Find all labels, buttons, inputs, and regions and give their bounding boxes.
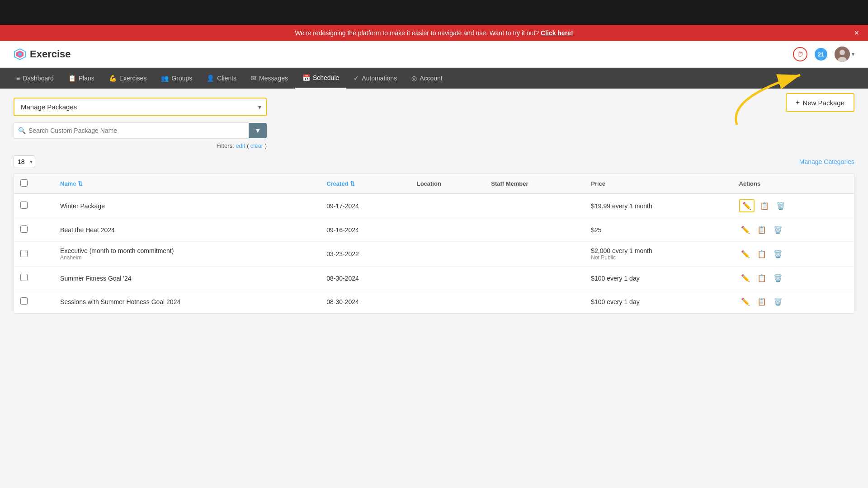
row-checkbox-1[interactable] bbox=[20, 225, 28, 233]
nav-exercises[interactable]: 💪 Exercises bbox=[102, 68, 154, 89]
sort-icon-created: ⇅ bbox=[350, 180, 355, 187]
copy-button-2[interactable]: 📋 bbox=[755, 248, 768, 260]
row-checkbox-cell bbox=[14, 290, 54, 314]
search-input[interactable] bbox=[14, 122, 249, 139]
edit-button-4[interactable]: ✏️ bbox=[739, 296, 752, 308]
per-page-select[interactable]: 18 25 50 bbox=[14, 155, 35, 168]
nav-clients[interactable]: 👤 Clients bbox=[199, 68, 244, 89]
packages-table: Name ⇅ Created ⇅ Location Staff Member bbox=[14, 174, 854, 313]
row-checkbox-0[interactable] bbox=[20, 202, 28, 209]
nav-messages[interactable]: ✉ Messages bbox=[244, 68, 295, 89]
nav-groups[interactable]: 👥 Groups bbox=[154, 68, 199, 89]
logo: Exercise bbox=[14, 48, 71, 61]
logo-text: Exercise bbox=[30, 48, 71, 60]
row-checkbox-4[interactable] bbox=[20, 297, 28, 305]
row-staff-cell bbox=[485, 194, 585, 218]
search-input-wrap: 🔍 bbox=[14, 122, 249, 139]
banner-link[interactable]: Click here! bbox=[541, 29, 573, 37]
select-all-checkbox[interactable] bbox=[20, 179, 28, 187]
copy-button-4[interactable]: 📋 bbox=[755, 296, 768, 308]
clients-icon: 👤 bbox=[207, 75, 214, 82]
edit-button-0[interactable]: ✏️ bbox=[739, 199, 755, 212]
exercises-icon: 💪 bbox=[109, 75, 117, 82]
nav-plans[interactable]: 📋 Plans bbox=[61, 68, 102, 89]
groups-icon: 👥 bbox=[161, 75, 169, 82]
row-staff-cell bbox=[485, 242, 585, 267]
clock-icon[interactable]: ⏱ bbox=[793, 47, 807, 61]
package-name: Winter Package bbox=[60, 202, 105, 210]
avatar bbox=[835, 47, 850, 62]
row-staff-cell bbox=[485, 290, 585, 314]
copy-button-0[interactable]: 📋 bbox=[758, 200, 771, 212]
filter-icon: ▼ bbox=[255, 127, 261, 134]
plus-icon: + bbox=[796, 99, 800, 107]
filter-button[interactable]: ▼ bbox=[249, 123, 267, 138]
row-staff-cell bbox=[485, 267, 585, 290]
row-checkbox-cell bbox=[14, 218, 54, 242]
nav-clients-label: Clients bbox=[217, 75, 236, 82]
col-location-label: Location bbox=[417, 180, 441, 187]
nav-automations[interactable]: ✓ Automations bbox=[346, 68, 404, 89]
manage-packages-select[interactable]: Manage Packages bbox=[14, 98, 267, 116]
row-checkbox-cell bbox=[14, 267, 54, 290]
delete-button-4[interactable]: 🗑️ bbox=[772, 296, 784, 308]
edit-button-2[interactable]: ✏️ bbox=[739, 248, 752, 260]
filters-edit-link[interactable]: edit bbox=[236, 142, 245, 149]
delete-button-2[interactable]: 🗑️ bbox=[772, 248, 784, 260]
row-name-cell: Beat the Heat 2024 bbox=[54, 218, 320, 242]
row-checkbox-3[interactable] bbox=[20, 274, 28, 281]
logo-icon bbox=[14, 48, 26, 61]
main-content: Manage Packages 🔍 ▼ Filters: edit ( clea… bbox=[0, 89, 868, 360]
package-sub: Anaheim bbox=[60, 254, 314, 261]
banner-close-button[interactable]: × bbox=[854, 28, 859, 38]
row-checkbox-2[interactable] bbox=[20, 250, 28, 257]
banner-text: We're redesigning the platform to make i… bbox=[295, 29, 539, 37]
packages-table-wrap: Name ⇅ Created ⇅ Location Staff Member bbox=[14, 174, 854, 314]
col-name[interactable]: Name ⇅ bbox=[54, 174, 320, 194]
package-created: 09-16-2024 bbox=[326, 226, 359, 234]
svg-point-4 bbox=[840, 50, 845, 55]
package-created: 03-23-2022 bbox=[326, 250, 359, 258]
copy-button-3[interactable]: 📋 bbox=[755, 272, 768, 284]
package-price: $2,000 every 1 month bbox=[591, 247, 652, 254]
table-row: Winter Package 09-17-2024 $19.99 every 1… bbox=[14, 194, 854, 218]
edit-button-3[interactable]: ✏️ bbox=[739, 272, 752, 284]
col-price-label: Price bbox=[591, 180, 605, 187]
new-package-button[interactable]: + New Package bbox=[786, 93, 854, 112]
new-package-area: + New Package bbox=[786, 93, 854, 112]
col-price: Price bbox=[585, 174, 732, 194]
row-actions-cell: ✏️ 📋 🗑️ bbox=[733, 218, 854, 242]
delete-button-1[interactable]: 🗑️ bbox=[772, 224, 784, 236]
edit-button-1[interactable]: ✏️ bbox=[739, 224, 752, 236]
nav-dashboard[interactable]: ≡ Dashboard bbox=[9, 68, 61, 89]
package-name: Sessions with Summer Hotness Goal 2024 bbox=[60, 298, 180, 305]
messages-icon: ✉ bbox=[251, 75, 256, 82]
row-name-cell: Sessions with Summer Hotness Goal 2024 bbox=[54, 290, 320, 314]
main-nav: ≡ Dashboard 📋 Plans 💪 Exercises 👥 Groups… bbox=[0, 68, 868, 89]
nav-schedule[interactable]: 📅 Schedule bbox=[295, 68, 346, 89]
manage-categories-link[interactable]: Manage Categories bbox=[799, 158, 854, 165]
top-black-bar bbox=[0, 0, 868, 25]
notification-badge[interactable]: 21 bbox=[815, 48, 827, 61]
actions-cell: ✏️ 📋 🗑️ bbox=[739, 199, 848, 212]
table-header-row: Name ⇅ Created ⇅ Location Staff Member bbox=[14, 174, 854, 194]
package-price: $100 every 1 day bbox=[591, 298, 639, 305]
row-location-cell bbox=[410, 290, 485, 314]
row-staff-cell bbox=[485, 218, 585, 242]
filters-clear-link[interactable]: clear bbox=[250, 142, 263, 149]
copy-button-1[interactable]: 📋 bbox=[755, 224, 768, 236]
nav-automations-label: Automations bbox=[362, 75, 397, 82]
col-created[interactable]: Created ⇅ bbox=[320, 174, 410, 194]
package-price: $100 every 1 day bbox=[591, 275, 639, 282]
nav-account[interactable]: ◎ Account bbox=[404, 68, 450, 89]
delete-button-0[interactable]: 🗑️ bbox=[774, 200, 787, 212]
avatar-dropdown[interactable]: ▾ bbox=[835, 47, 854, 62]
delete-button-3[interactable]: 🗑️ bbox=[772, 272, 784, 284]
nav-account-label: Account bbox=[420, 75, 443, 82]
row-price-cell: $25 bbox=[585, 218, 732, 242]
row-name-cell: Winter Package bbox=[54, 194, 320, 218]
col-name-label: Name bbox=[60, 180, 76, 187]
package-name: Beat the Heat 2024 bbox=[60, 226, 115, 234]
package-created: 09-17-2024 bbox=[326, 202, 359, 210]
package-created: 08-30-2024 bbox=[326, 298, 359, 305]
